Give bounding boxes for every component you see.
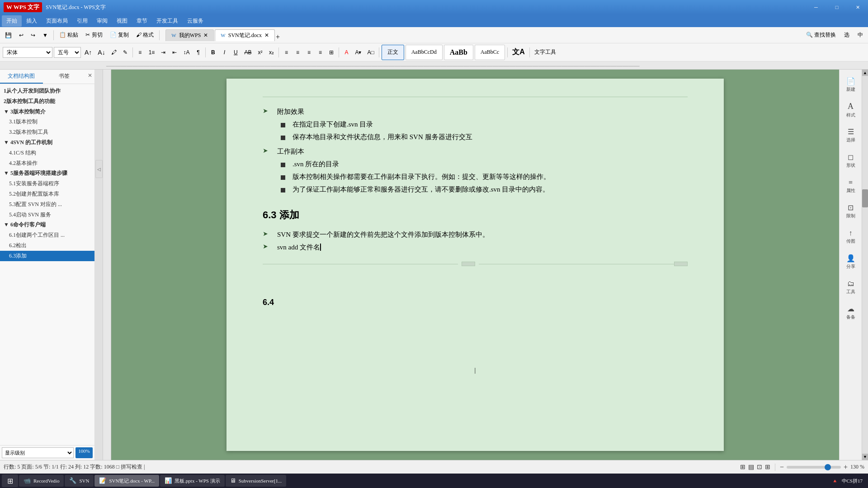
scroll-down-button[interactable]: ▼ [862,454,868,460]
level-display-btn[interactable]: 100% [75,447,93,458]
font-color-button[interactable]: A [341,47,351,58]
maximize-button[interactable]: □ [826,0,847,14]
show-para-button[interactable]: ¶ [193,47,203,58]
outline-item-4-2[interactable]: 4.2基本操作 [0,158,94,169]
outline-item-5[interactable]: ▼ 5服务器端环境搭建步骤 [0,168,94,178]
menu-developer[interactable]: 开发工具 [152,15,183,27]
rp-upload-button[interactable]: ↑ 传图 [842,225,860,248]
superscript-button[interactable]: x² [255,47,265,58]
menu-page-layout[interactable]: 页面布局 [42,15,72,27]
select-button[interactable]: 选 [841,30,853,40]
text-tool-button[interactable]: 文字工具 [532,47,558,58]
decrease-font-button[interactable]: A↓ [95,47,107,58]
page-break-handle-right[interactable] [674,262,688,266]
outline-item-3[interactable]: ▼ 3版本控制简介 [0,107,94,117]
panel-collapse[interactable]: ◁ [95,70,103,460]
special-format-button[interactable]: 文A [510,47,527,58]
tab-svndoc-close[interactable]: ✕ [264,32,269,39]
vertical-scrollbar[interactable]: ▲ ▼ [862,70,868,460]
menu-insert[interactable]: 插入 [22,15,42,27]
subscript-button[interactable]: x₂ [266,47,276,58]
menu-review[interactable]: 审阅 [92,15,112,27]
outline-item-6-1[interactable]: 6.1创建两个工作区目 ... [0,230,94,240]
taskbar-wps-doc[interactable]: 📝 SVN笔记.docx - WP... [94,475,159,487]
tab-my-wps[interactable]: W 我的WPS ✕ [165,29,214,41]
style-normal[interactable]: 正文 [382,45,404,60]
zoom-minus-button[interactable]: − [780,463,784,471]
style-heading1[interactable]: AaBbCcDd [406,45,443,60]
scroll-up-button[interactable]: ▲ [862,70,868,76]
align-center-button[interactable]: ≡ [292,47,302,58]
rp-style-button[interactable]: A 样式 [842,99,860,121]
outline-item-4-1[interactable]: 4.1C/S 结构 [0,148,94,158]
indent-increase-button[interactable]: ⇥ [158,47,168,58]
columns-button[interactable]: ⊞ [326,47,336,58]
eraser-button[interactable]: ✎ [120,47,130,58]
indent-decrease-button[interactable]: ⇤ [170,47,179,58]
close-button[interactable]: ✕ [847,0,868,14]
search-replace-button[interactable]: 🔍 查找替换 [803,30,839,40]
outline-item-5-2[interactable]: 5.2创建并配置版本库 [0,189,94,199]
zoom-layout-icon3[interactable]: ⊡ [757,463,762,471]
taskbar-pptx[interactable]: 📊 黑板.pptx - WPS 演示 [160,475,225,487]
rp-select-button[interactable]: ☰ 选择 [842,124,860,146]
menu-start[interactable]: 开始 [2,15,22,27]
menu-references[interactable]: 引用 [72,15,92,27]
zoom-layout-icon2[interactable]: ▤ [748,463,754,471]
font-family-select[interactable]: 宋体 [3,47,52,58]
rp-new-button[interactable]: 📄 新建 [842,73,860,96]
scroll-thumb[interactable] [862,189,868,207]
outline-item-1[interactable]: 1从个人开发到团队协作 [0,86,94,96]
outline-item-6[interactable]: ▼ 6命令行客户端 [0,220,94,230]
undo-button[interactable]: ↩ [16,31,27,40]
outline-item-6-3[interactable]: 6.3添加 [0,251,94,261]
zoom-layout-icon4[interactable]: ⊞ [765,463,770,471]
increase-font-button[interactable]: A↑ [82,47,94,58]
tab-add-button[interactable]: + [276,33,280,41]
taskbar-svn-server[interactable]: 🖥 SubversionServer[1... [226,475,287,487]
collapse-button[interactable]: ◁ [95,160,103,178]
font-size-select[interactable]: 五号 [54,47,81,58]
zoom-slider[interactable] [787,466,841,469]
outline-item-3-1[interactable]: 3.1版本控制 [0,117,94,127]
menu-view[interactable]: 视图 [112,15,132,27]
zoom-plus-button[interactable]: + [844,463,848,471]
underline-button[interactable]: U [231,47,241,58]
copy-button[interactable]: 📄 复制 [107,30,132,40]
align-justify-button[interactable]: ≡ [315,47,325,58]
format-painter-button[interactable]: 🖌 格式 [133,30,157,40]
rp-tool-button[interactable]: 🗂 工具 [842,276,860,298]
text-bg-button[interactable]: A▾ [353,47,363,58]
bold-button[interactable]: B [208,47,218,58]
list-bullet-button[interactable]: ≡ [135,47,145,58]
rp-backup-button[interactable]: ☁ 备备 [842,301,860,324]
outline-item-3-2[interactable]: 3.2版本控制工具 [0,127,94,137]
char-border-button[interactable]: A□ [365,47,376,58]
paste-button[interactable]: 📋 粘贴 [56,30,81,40]
zoom-thumb[interactable] [825,464,831,470]
taskbar-svn[interactable]: 🔧 SVN [65,475,94,487]
rp-shape-button[interactable]: ◻ 形状 [842,149,860,172]
display-level-select[interactable]: 显示级别 1级 2级 3级 全部 [2,447,74,458]
highlight-button[interactable]: 🖍 [109,47,119,58]
rp-property-button[interactable]: ≡ 属性 [842,174,860,197]
page-break-handle-left[interactable] [462,262,475,266]
dropdown-button[interactable]: ▼ [39,31,51,40]
outline-item-5-3[interactable]: 5.3配置 SVN 对应的 ... [0,199,94,210]
rp-share-button[interactable]: 👤 分享 [842,250,860,273]
save-button[interactable]: 💾 [2,31,15,40]
panel-tab-bookmark[interactable]: 书签 [43,70,86,84]
menu-cloud[interactable]: 云服务 [183,15,208,27]
outline-item-2[interactable]: 2版本控制工具的功能 [0,96,94,107]
zoom-layout-icon1[interactable]: ⊞ [740,463,745,471]
outline-item-6-2[interactable]: 6.2检出 [0,240,94,251]
rp-limit-button[interactable]: ⊡ 限制 [842,200,860,222]
style-heading2-aa[interactable]: AaBb [444,45,473,60]
cut-button[interactable]: ✂ 剪切 [82,30,105,40]
document-area[interactable]: ➤ 附加效果 在指定目录下创建.svn 目录 保存本地目录和文件状态信息，用来和… [111,70,839,460]
outline-item-5-1[interactable]: 5.1安装服务器端程序 [0,178,94,189]
menu-chapter[interactable]: 章节 [132,15,152,27]
tab-mywps-close[interactable]: ✕ [203,32,208,39]
strikethrough-button[interactable]: AB [242,47,254,58]
taskbar-recordvedio[interactable]: 📹 RecordVedio [19,475,64,487]
